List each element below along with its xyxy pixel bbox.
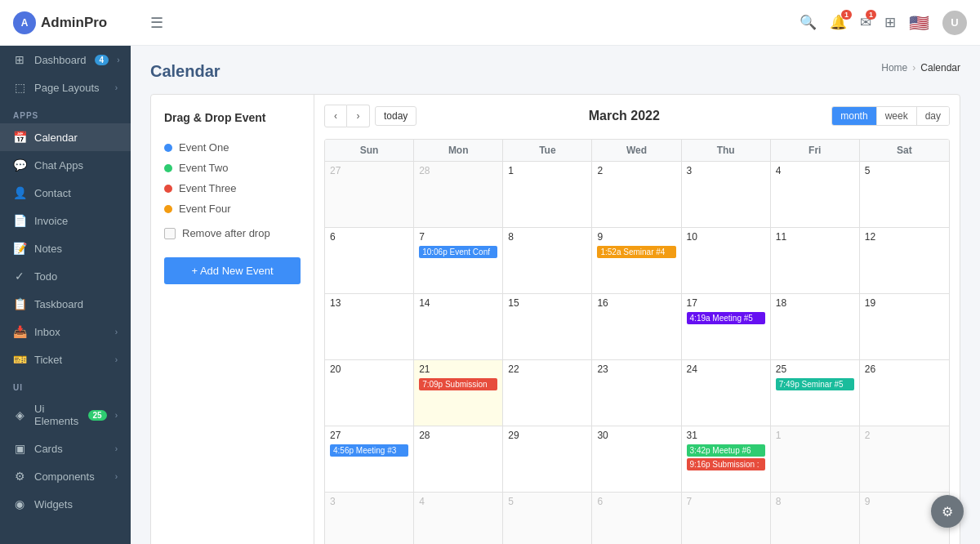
prev-button[interactable]: ‹ <box>324 105 347 127</box>
notifications-badge: 1 <box>841 10 852 20</box>
event-item[interactable]: Event One <box>164 137 301 158</box>
hamburger-icon[interactable]: ☰ <box>150 14 163 32</box>
calendar-cell[interactable]: 28 <box>414 162 503 227</box>
taskboard-icon: 📋 <box>13 297 26 310</box>
calendar-cell[interactable]: 29 <box>503 426 592 492</box>
calendar-cell[interactable]: 11 <box>771 228 860 293</box>
calendar-cell[interactable]: 7 <box>682 493 771 544</box>
calendar-cell[interactable]: 10 <box>682 228 771 293</box>
event-item[interactable]: Event Two <box>164 158 301 178</box>
next-button[interactable]: › <box>347 105 370 127</box>
today-button[interactable]: today <box>375 106 416 126</box>
view-btn-week[interactable]: week <box>877 107 917 125</box>
flag-icon[interactable]: 🇺🇸 <box>909 13 929 33</box>
apps-icon[interactable]: ⊞ <box>884 14 896 31</box>
cell-date: 28 <box>419 165 497 176</box>
cell-date: 5 <box>508 496 586 507</box>
calendar-cell[interactable]: 5 <box>503 493 592 544</box>
calendar-cell[interactable]: 8 <box>771 493 860 544</box>
calendar-cell[interactable]: 22 <box>503 360 592 426</box>
calendar-event[interactable]: 10:06p Event Conf <box>419 246 497 258</box>
calendar-cell[interactable]: 217:09p Submission <box>414 360 503 426</box>
sidebar-item-ui-elements[interactable]: ◈Ui Elements25› <box>0 395 131 435</box>
add-event-button[interactable]: + Add New Event <box>164 257 301 284</box>
calendar-cell[interactable]: 6 <box>592 493 681 544</box>
chevron-right-icon: › <box>115 444 118 453</box>
calendar-cell[interactable]: 3 <box>325 493 414 544</box>
calendar-event[interactable]: 1:52a Seminar #4 <box>597 246 675 258</box>
event-dot <box>164 164 172 172</box>
calendar-cell[interactable]: 5 <box>860 162 949 227</box>
sidebar-item-ticket[interactable]: 🎫Ticket› <box>0 346 131 373</box>
calendar-cell[interactable]: 23 <box>592 360 681 426</box>
calendar-cell[interactable]: 26 <box>860 360 949 426</box>
sidebar-item-contact[interactable]: 👤Contact <box>0 179 131 207</box>
calendar-view: ‹ › today March 2022 monthweekday SunMon… <box>314 95 960 544</box>
sidebar-item-cards[interactable]: ▣Cards› <box>0 435 131 462</box>
calendar-cell[interactable]: 15 <box>503 294 592 359</box>
calendar-cell[interactable]: 91:52a Seminar #4 <box>592 228 681 293</box>
sidebar-item-todo[interactable]: ✓Todo <box>0 262 131 290</box>
remove-after-drop-row: Remove after drop <box>164 219 301 247</box>
avatar[interactable]: U <box>942 11 967 35</box>
calendar-cell[interactable]: 2 <box>860 426 949 492</box>
event-dot <box>164 144 172 152</box>
remove-after-drop-checkbox[interactable] <box>164 228 176 239</box>
day-header: Thu <box>682 140 771 162</box>
notifications-icon[interactable]: 🔔 1 <box>830 14 847 31</box>
calendar-cell[interactable]: 27 <box>325 162 414 227</box>
fab-button[interactable]: ⚙ <box>931 495 964 528</box>
sidebar-item-notes[interactable]: 📝Notes <box>0 234 131 262</box>
calendar-event[interactable]: 3:42p Meetup #6 <box>687 444 765 457</box>
calendar-cell[interactable]: 4 <box>771 162 860 227</box>
sidebar-item-chat-apps[interactable]: 💬Chat Apps <box>0 151 131 179</box>
calendar-container: Drag & Drop Event Event OneEvent TwoEven… <box>150 94 960 544</box>
event-item[interactable]: Event Three <box>164 178 301 198</box>
sidebar-item-calendar[interactable]: 📅Calendar <box>0 123 131 151</box>
sidebar-item-label: Ui Elements <box>34 403 80 427</box>
calendar-cell[interactable]: 313:42p Meetup #69:16p Submission : <box>682 426 771 492</box>
view-btn-month[interactable]: month <box>832 107 876 125</box>
sidebar-item-inbox[interactable]: 📥Inbox› <box>0 318 131 346</box>
view-btn-day[interactable]: day <box>917 107 949 125</box>
calendar-cell[interactable]: 13 <box>325 294 414 359</box>
sidebar-item-page-layouts[interactable]: ⬚Page Layouts› <box>0 74 131 101</box>
calendar-event[interactable]: 4:56p Meeting #3 <box>330 444 408 457</box>
calendar-cell[interactable]: 1 <box>503 162 592 227</box>
calendar-cell[interactable]: 3 <box>682 162 771 227</box>
event-item[interactable]: Event Four <box>164 198 301 219</box>
calendar-event[interactable]: 7:09p Submission <box>419 378 497 390</box>
calendar-cell[interactable]: 1 <box>771 426 860 492</box>
search-icon[interactable]: 🔍 <box>800 14 817 31</box>
calendar-cell[interactable]: 18 <box>771 294 860 359</box>
calendar-cell[interactable]: 24 <box>682 360 771 426</box>
calendar-cell[interactable]: 12 <box>860 228 949 293</box>
calendar-cell[interactable]: 174:19a Meeting #5 <box>682 294 771 359</box>
invoice-icon: 📄 <box>13 214 26 227</box>
calendar-cell[interactable]: 28 <box>414 426 503 492</box>
calendar-cell[interactable]: 8 <box>503 228 592 293</box>
calendar-cell[interactable]: 14 <box>414 294 503 359</box>
sidebar-item-widgets[interactable]: ◉Widgets <box>0 490 131 518</box>
calendar-cell[interactable]: 20 <box>325 360 414 426</box>
sidebar-item-taskboard[interactable]: 📋Taskboard <box>0 290 131 318</box>
calendar-event[interactable]: 7:49p Seminar #5 <box>776 378 854 390</box>
calendar-event[interactable]: 9:16p Submission : <box>687 458 765 470</box>
breadcrumb-home[interactable]: Home <box>881 62 907 74</box>
drag-title: Drag & Drop Event <box>164 111 301 124</box>
calendar-cell[interactable]: 274:56p Meeting #3 <box>325 426 414 492</box>
calendar-cell[interactable]: 6 <box>325 228 414 293</box>
calendar-event[interactable]: 4:19a Meeting #5 <box>687 312 765 324</box>
sidebar-item-components[interactable]: ⚙Components› <box>0 462 131 490</box>
inbox-icon: 📥 <box>13 325 26 338</box>
calendar-cell[interactable]: 4 <box>414 493 503 544</box>
calendar-cell[interactable]: 16 <box>592 294 681 359</box>
calendar-cell[interactable]: 30 <box>592 426 681 492</box>
calendar-cell[interactable]: 19 <box>860 294 949 359</box>
sidebar-item-invoice[interactable]: 📄Invoice <box>0 207 131 234</box>
calendar-cell[interactable]: 710:06p Event Conf <box>414 228 503 293</box>
calendar-cell[interactable]: 257:49p Seminar #5 <box>771 360 860 426</box>
messages-icon[interactable]: ✉ 1 <box>860 14 871 31</box>
sidebar-item-dashboard[interactable]: ⊞Dashboard4› <box>0 46 131 74</box>
calendar-cell[interactable]: 2 <box>592 162 681 227</box>
